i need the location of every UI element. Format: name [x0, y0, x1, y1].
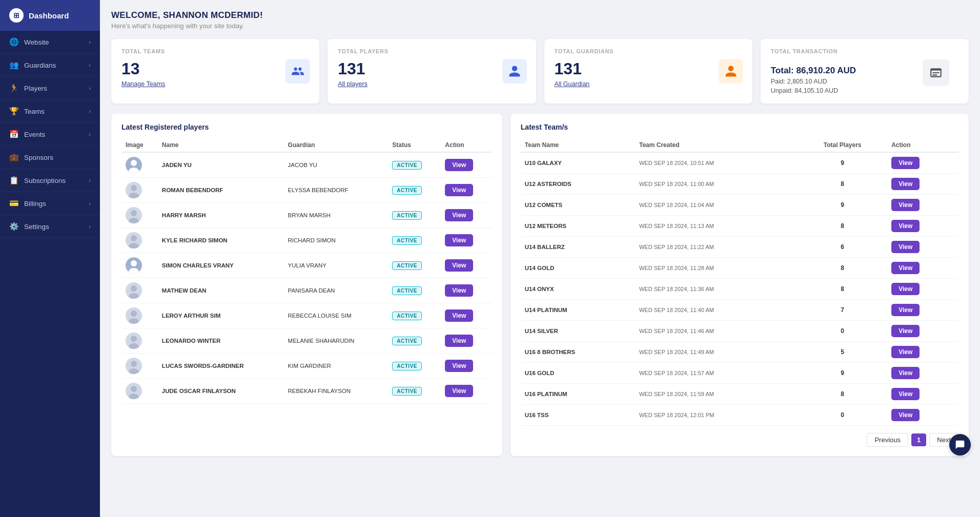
- team-action-cell[interactable]: View: [887, 237, 958, 258]
- view-player-button[interactable]: View: [445, 184, 473, 196]
- stat-teams-value: 13: [121, 59, 309, 78]
- team-action-cell[interactable]: View: [887, 279, 958, 300]
- subscriptions-label: Subscriptions: [24, 177, 66, 184]
- player-avatar-cell: [121, 178, 158, 203]
- col-guardian: Guardian: [284, 138, 389, 152]
- view-team-button[interactable]: View: [891, 283, 920, 295]
- sidebar-item-players[interactable]: 🏃 Players ›: [0, 77, 100, 100]
- svg-point-22: [131, 336, 137, 342]
- pagination-page-1-button[interactable]: 1: [911, 433, 926, 446]
- view-player-button[interactable]: View: [445, 209, 473, 221]
- all-players-link[interactable]: All players: [338, 80, 525, 88]
- sidebar-item-teams[interactable]: 🏆 Teams ›: [0, 100, 100, 123]
- sidebar-item-subscriptions[interactable]: 📋 Subscriptions ›: [0, 169, 100, 192]
- view-team-button[interactable]: View: [891, 304, 920, 316]
- view-team-button[interactable]: View: [891, 178, 920, 190]
- all-guardian-link[interactable]: All Guardian: [555, 80, 742, 88]
- status-badge: ACTIVE: [392, 362, 422, 370]
- player-status-cell: ACTIVE: [388, 253, 441, 278]
- view-player-button[interactable]: View: [445, 234, 473, 246]
- view-player-button[interactable]: View: [445, 360, 473, 372]
- team-name-cell: U16 TSS: [521, 405, 635, 426]
- transaction-paid: Paid: 2,805.10 AUD: [771, 78, 856, 85]
- team-action-cell[interactable]: View: [887, 321, 958, 342]
- stats-row: TOTAL TEAMS 13 Manage Teams TOTAL PLAYER…: [111, 39, 969, 104]
- team-name-cell: U14 PLATINUM: [521, 300, 635, 321]
- player-action-cell[interactable]: View: [441, 178, 492, 203]
- chat-bubble-button[interactable]: [949, 434, 971, 456]
- sidebar-item-guardians[interactable]: 👥 Guardians ›: [0, 54, 100, 77]
- teams-table-card: Latest Team/s Team Name Team Created Tot…: [511, 114, 969, 456]
- manage-teams-link[interactable]: Manage Teams: [121, 80, 309, 88]
- table-row: KYLE RICHARD SIMON RICHARD SIMON ACTIVE …: [121, 228, 492, 253]
- player-guardian-cell: JACOB YU: [284, 152, 389, 178]
- billings-label: Billings: [24, 200, 46, 208]
- view-player-button[interactable]: View: [445, 309, 473, 322]
- team-name-cell: U12 ASTEROIDS: [521, 174, 635, 195]
- view-team-button[interactable]: View: [891, 388, 920, 400]
- svg-point-4: [131, 185, 137, 191]
- view-team-button[interactable]: View: [891, 220, 920, 232]
- player-action-cell[interactable]: View: [441, 303, 492, 328]
- events-icon: 📅: [9, 130, 19, 139]
- player-status-cell: ACTIVE: [388, 354, 441, 379]
- player-action-cell[interactable]: View: [441, 354, 492, 379]
- sidebar-item-sponsors[interactable]: 💼 Sponsors: [0, 146, 100, 169]
- chevron-icon: ›: [89, 223, 91, 230]
- player-status-cell: ACTIVE: [388, 152, 441, 178]
- team-action-cell[interactable]: View: [887, 363, 958, 384]
- player-avatar-cell: [121, 354, 158, 379]
- player-action-cell[interactable]: View: [441, 328, 492, 354]
- player-guardian-cell: RICHARD SIMON: [284, 228, 389, 253]
- view-player-button[interactable]: View: [445, 284, 473, 297]
- pagination-previous-button[interactable]: Previous: [867, 433, 908, 447]
- team-action-cell[interactable]: View: [887, 405, 958, 426]
- status-badge: ACTIVE: [392, 261, 422, 270]
- player-status-cell: ACTIVE: [388, 278, 441, 303]
- table-row: JADEN YU JACOB YU ACTIVE View: [121, 152, 492, 178]
- view-player-button[interactable]: View: [445, 159, 473, 171]
- player-action-cell[interactable]: View: [441, 228, 492, 253]
- player-action-cell[interactable]: View: [441, 253, 492, 278]
- team-action-cell[interactable]: View: [887, 195, 958, 216]
- view-team-button[interactable]: View: [891, 199, 920, 211]
- player-action-cell[interactable]: View: [441, 152, 492, 178]
- sidebar-header[interactable]: ⊞ Dashboard: [0, 0, 100, 31]
- view-team-button[interactable]: View: [891, 367, 920, 379]
- sidebar-item-billings[interactable]: 💳 Billings ›: [0, 192, 100, 215]
- view-player-button[interactable]: View: [445, 259, 473, 272]
- team-name-cell: U14 BALLERZ: [521, 237, 635, 258]
- view-team-button[interactable]: View: [891, 157, 920, 169]
- table-row: LEROY ARTHUR SIM REBECCA LOUISE SIM ACTI…: [121, 303, 492, 328]
- chevron-icon: ›: [89, 131, 91, 137]
- view-team-button[interactable]: View: [891, 241, 920, 253]
- team-action-cell[interactable]: View: [887, 174, 958, 195]
- table-row: U14 BALLERZ WED SEP 18 2024, 11:22 AM 6 …: [521, 237, 958, 258]
- view-team-button[interactable]: View: [891, 325, 920, 337]
- player-action-cell[interactable]: View: [441, 203, 492, 228]
- player-avatar: [126, 232, 142, 249]
- view-player-button[interactable]: View: [445, 335, 473, 347]
- team-created-cell: WED SEP 18 2024, 11:57 AM: [635, 363, 798, 384]
- sidebar-item-website[interactable]: 🌐 Website ›: [0, 31, 100, 54]
- team-action-cell[interactable]: View: [887, 342, 958, 363]
- team-created-cell: WED SEP 18 2024, 11:04 AM: [635, 195, 798, 216]
- player-status-cell: ACTIVE: [388, 328, 441, 354]
- team-created-cell: WED SEP 18 2024, 12:01 PM: [635, 405, 798, 426]
- view-player-button[interactable]: View: [445, 385, 473, 397]
- player-action-cell[interactable]: View: [441, 278, 492, 303]
- player-guardian-cell: REBECCA LOUISE SIM: [284, 303, 389, 328]
- view-team-button[interactable]: View: [891, 346, 920, 358]
- view-team-button[interactable]: View: [891, 409, 920, 421]
- team-action-cell[interactable]: View: [887, 152, 958, 174]
- player-name-cell: JADEN YU: [158, 152, 284, 178]
- team-action-cell[interactable]: View: [887, 384, 958, 405]
- view-team-button[interactable]: View: [891, 262, 920, 274]
- team-action-cell[interactable]: View: [887, 216, 958, 237]
- sidebar-item-settings[interactable]: ⚙️ Settings ›: [0, 215, 100, 238]
- player-action-cell[interactable]: View: [441, 379, 492, 404]
- player-status-cell: ACTIVE: [388, 303, 441, 328]
- team-action-cell[interactable]: View: [887, 258, 958, 279]
- sidebar-item-events[interactable]: 📅 Events ›: [0, 123, 100, 146]
- team-action-cell[interactable]: View: [887, 300, 958, 321]
